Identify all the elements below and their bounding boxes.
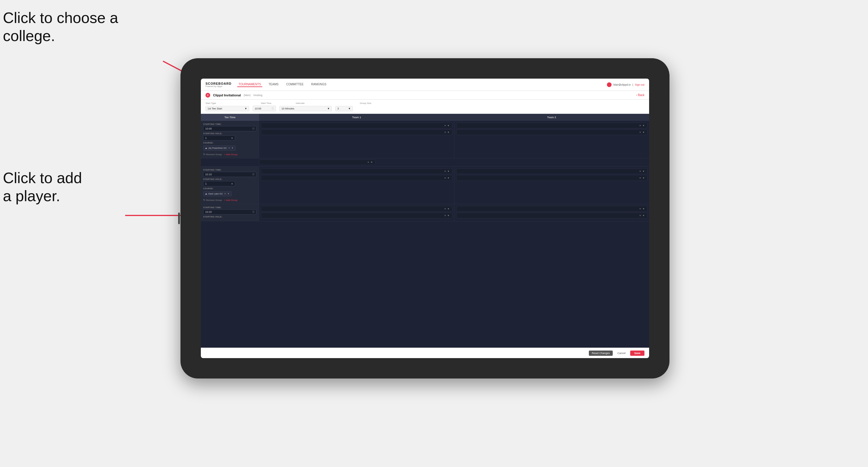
team1-2: ✕ ▼ ✕ ▼ — [259, 204, 454, 221]
course-dropdown-0[interactable]: ▼ — [231, 147, 234, 149]
controls-labels: Start Type Start Time Intervals Group Si… — [206, 102, 645, 104]
player-remove[interactable]: ✕ — [639, 124, 641, 127]
save-button[interactable]: Save — [630, 350, 645, 356]
player-remove[interactable]: ✕ — [639, 177, 641, 179]
player-remove[interactable]: ✕ — [639, 131, 641, 134]
player-more[interactable]: ▼ — [447, 170, 450, 173]
course-label-1: COURSE: — [203, 187, 256, 190]
course-remove-1[interactable]: ✕ — [224, 192, 226, 195]
annotation-add-player: Click to add a player. — [3, 169, 82, 205]
add-group-0[interactable]: + Add Group — [224, 153, 237, 156]
player-more[interactable]: ▼ — [447, 208, 450, 210]
player-more[interactable]: ▼ — [643, 124, 645, 127]
course-dropdown-1[interactable]: ▼ — [227, 192, 230, 195]
cancel-button[interactable]: Cancel — [615, 350, 628, 356]
full-layout: Tee Time Team 1 Team 2 STARTING TIME: 10… — [201, 114, 649, 348]
player-more[interactable]: ▼ — [447, 124, 450, 127]
player-more[interactable]: ▼ — [643, 177, 645, 179]
nav-logo: SCOREBOARD Powered by clippd — [206, 82, 231, 87]
start-time-input[interactable]: 10:00 ⓘ — [253, 106, 276, 111]
course-label-0: COURSE: — [203, 142, 256, 144]
sub-header: C Clippd Invitational (Men) Hosting ‹ Ba… — [201, 91, 649, 100]
nav-item-tournaments[interactable]: TOURNAMENTS — [237, 82, 262, 87]
player-more[interactable]: ▼ — [447, 214, 450, 217]
player-row: ✕ ▼ — [456, 168, 648, 174]
tablet-screen: SCOREBOARD Powered by clippd TOURNAMENTS… — [201, 79, 649, 358]
course-row-x[interactable]: ✕ — [367, 161, 369, 164]
starting-hole-label-1: STARTING HOLE: — [203, 178, 256, 180]
remove-group-1[interactable]: ↻ Remove Group — [203, 198, 222, 201]
course-tag-1[interactable]: ⛰ East Lake GC ✕ ▼ — [203, 191, 232, 196]
side-button[interactable] — [178, 213, 180, 224]
player-remove[interactable]: ✕ — [444, 124, 446, 127]
controls-inputs: 1st Tee Start ▼ 10:00 ⓘ 10 Minutes ▼ 3 ▼ — [206, 106, 645, 111]
col-team2: Team 2 — [454, 114, 649, 121]
player-row: ✕ ▼ — [261, 206, 452, 212]
back-button[interactable]: ‹ Back — [636, 93, 645, 97]
logo-text: SCOREBOARD — [206, 82, 231, 85]
annotation-choose-college: Click to choose a college. — [3, 9, 118, 45]
player-more[interactable]: ▼ — [643, 208, 645, 210]
start-time-label: Start Time — [261, 102, 284, 104]
group-right-2: ✕ ▼ ✕ ▼ — [259, 204, 649, 221]
nav-item-committee[interactable]: COMMITTEE — [285, 82, 305, 87]
start-type-select[interactable]: 1st Tee Start ▼ — [206, 106, 249, 111]
team1-0: ✕ ▼ ✕ ▼ — [259, 121, 454, 158]
player-remove[interactable]: ✕ — [639, 208, 641, 210]
player-actions: ✕ ▼ — [444, 177, 450, 179]
player-actions: ✕ ▼ — [444, 208, 450, 210]
sign-out-link[interactable]: Sign out — [635, 83, 645, 86]
player-remove[interactable]: ✕ — [639, 214, 641, 217]
nav-item-teams[interactable]: TEAMS — [268, 82, 280, 87]
player-more[interactable]: ▼ — [447, 177, 450, 179]
tablet-frame: SCOREBOARD Powered by clippd TOURNAMENTS… — [181, 58, 670, 378]
player-row: ✕ ▼ — [261, 129, 452, 135]
nav-item-rankings[interactable]: RANKINGS — [310, 82, 328, 87]
course-row-v[interactable]: ▼ — [371, 161, 373, 164]
starting-hole-input-0[interactable]: 1 ▼ — [203, 135, 235, 141]
player-actions: ✕ ▼ — [639, 177, 645, 179]
group-left-0: STARTING TIME: 10:00 ⓘ STARTING HOLE: 1 … — [201, 121, 259, 158]
group-size-select[interactable]: 3 ▼ — [335, 106, 353, 111]
reset-button[interactable]: Reset Changes — [589, 350, 613, 356]
team2-0: ✕ ▼ ✕ ▼ — [454, 121, 649, 158]
player-more[interactable]: ▼ — [643, 131, 645, 134]
group-size-label: Group Size — [360, 102, 377, 104]
intervals-select[interactable]: 10 Minutes ▼ — [279, 106, 332, 111]
group-actions-0: ↻ Remove Group + Add Group — [203, 153, 256, 156]
course-tag-0[interactable]: ⛰ (A) Peachtree GC ✕ ▼ — [203, 146, 236, 151]
course-row-0: ✕ ▼ — [201, 158, 649, 166]
col-tee-time: Tee Time — [201, 114, 259, 121]
player-remove[interactable]: ✕ — [444, 131, 446, 134]
scroll-content: STARTING TIME: 10:00 ⓘ STARTING HOLE: 1 … — [201, 121, 649, 348]
starting-time-label-2: STARTING TIME: — [203, 207, 256, 209]
starting-hole-input-1[interactable]: 1 ▼ — [203, 181, 235, 186]
course-remove-0[interactable]: ✕ — [228, 147, 230, 149]
starting-time-input-1[interactable]: 10:10 ⓘ — [203, 172, 256, 177]
player-remove[interactable]: ✕ — [639, 170, 641, 173]
sub-logo: C — [206, 93, 210, 97]
player-remove[interactable]: ✕ — [444, 214, 446, 217]
team2-1: ✕ ▼ ✕ ▼ — [454, 166, 649, 204]
starting-time-label-1: STARTING TIME: — [203, 169, 256, 171]
player-more[interactable]: ▼ — [643, 170, 645, 173]
starting-time-input-0[interactable]: 10:00 ⓘ — [203, 126, 256, 131]
starting-time-input-2[interactable]: 10:20 ⓘ — [203, 209, 256, 215]
player-remove[interactable]: ✕ — [444, 170, 446, 173]
nav-bar: SCOREBOARD Powered by clippd TOURNAMENTS… — [201, 79, 649, 91]
add-group-1[interactable]: + Add Group — [224, 198, 237, 201]
player-actions: ✕ ▼ — [639, 214, 645, 217]
player-row: ✕ ▼ — [261, 123, 452, 128]
logo-sub: Powered by clippd — [206, 85, 231, 87]
team2-2: ✕ ▼ ✕ ▼ — [454, 204, 649, 221]
player-actions: ✕ ▼ — [639, 131, 645, 134]
avatar — [607, 83, 612, 87]
player-row: ✕ ▼ — [261, 175, 452, 181]
player-remove[interactable]: ✕ — [444, 177, 446, 179]
player-actions: ✕ ▼ — [639, 208, 645, 210]
player-more[interactable]: ▼ — [643, 214, 645, 217]
player-remove[interactable]: ✕ — [444, 208, 446, 210]
remove-group-0[interactable]: ↻ Remove Group — [203, 153, 222, 156]
starting-hole-label-2: STARTING HOLE: — [203, 216, 256, 218]
player-more[interactable]: ▼ — [447, 131, 450, 134]
